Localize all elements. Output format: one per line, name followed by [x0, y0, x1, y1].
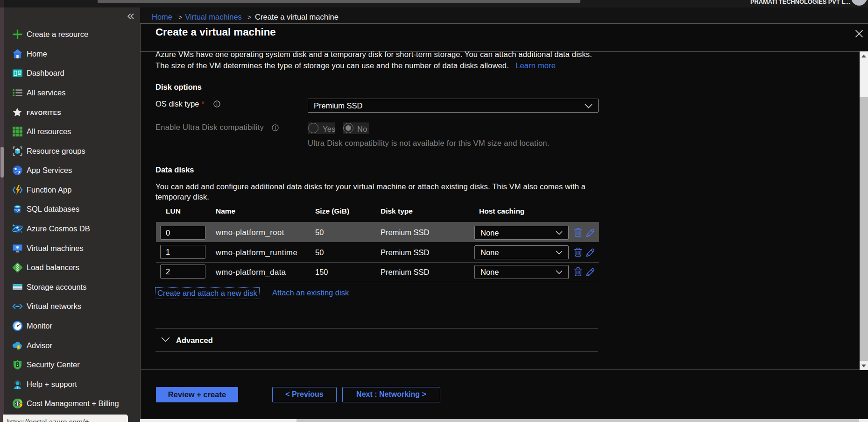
svg-text:SQL: SQL	[14, 208, 21, 212]
svg-text:$: $	[16, 401, 18, 406]
